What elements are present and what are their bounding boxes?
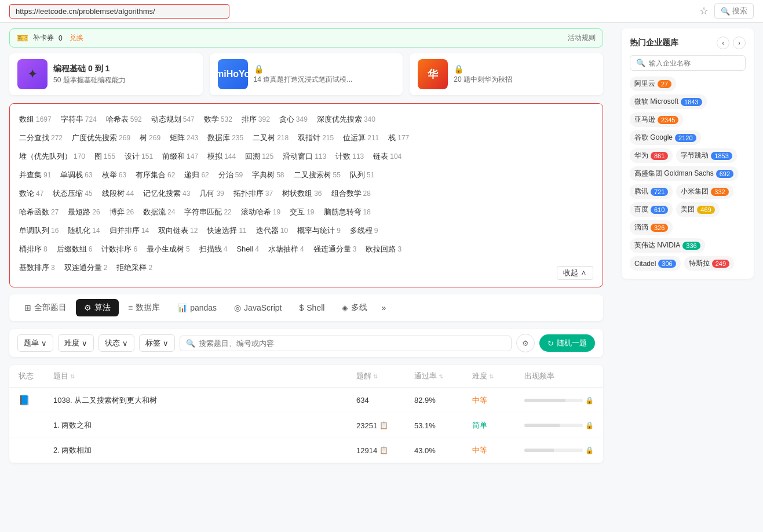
company-search[interactable]: 🔍	[630, 55, 746, 71]
card-huawei[interactable]: 华 🔒 20 题中刺华为秋招	[410, 53, 603, 95]
tag-item[interactable]: 桶排序8	[19, 242, 48, 257]
company-tag[interactable]: 小米集团332	[676, 184, 733, 199]
tag-item[interactable]: 树269	[140, 130, 160, 145]
tag-item[interactable]: 贪心349	[279, 112, 308, 127]
tag-item[interactable]: 双向链表12	[158, 223, 198, 238]
tag-item[interactable]: 快速选择11	[207, 223, 246, 238]
tag-item[interactable]: 双连通分量2	[64, 260, 108, 275]
random-button[interactable]: ↻ 随机一题	[539, 334, 595, 352]
tag-item[interactable]: 滚动哈希19	[241, 205, 280, 220]
company-tag[interactable]: 华为861	[630, 148, 673, 163]
tag-item[interactable]: 并查集91	[19, 167, 51, 183]
tag-item[interactable]: 二叉搜索树55	[294, 167, 341, 183]
tag-item[interactable]: 数组1697	[19, 112, 52, 127]
tag-item[interactable]: 枚举63	[102, 167, 126, 183]
tab-pandas[interactable]: 📊 pandas	[169, 300, 225, 316]
tag-item[interactable]: 拓扑排序37	[233, 186, 273, 201]
filter-status[interactable]: 状态 ∨	[98, 334, 134, 352]
tag-item[interactable]: 随机化14	[68, 223, 100, 238]
search-bar[interactable]: 🔍 搜索	[714, 3, 754, 19]
tag-item[interactable]: 数学532	[204, 112, 232, 127]
tag-item[interactable]: 水塘抽样4	[268, 242, 304, 257]
tag-item[interactable]: 堆（优先队列）170	[19, 149, 85, 164]
company-tag[interactable]: 百度610	[630, 202, 673, 217]
tag-item[interactable]: 归并排序14	[109, 223, 149, 238]
tag-item[interactable]: 字符串724	[61, 112, 97, 127]
tag-item[interactable]: 计数排序6	[101, 242, 137, 257]
tag-item[interactable]: 滑动窗口113	[283, 149, 326, 164]
company-tag[interactable]: 阿里云27	[630, 76, 676, 91]
tab-database[interactable]: ≡ 数据库	[120, 299, 168, 316]
tag-item[interactable]: 字符串匹配22	[184, 205, 231, 220]
tag-item[interactable]: 单调栈63	[60, 167, 92, 183]
search-input[interactable]	[199, 339, 505, 348]
company-tag[interactable]: 特斯拉249	[684, 256, 734, 271]
card-programming[interactable]: ✦ 编程基础 0 到 1 50 题掌握基础编程能力	[9, 53, 203, 95]
filter-list[interactable]: 题单 ∨	[17, 334, 53, 352]
card-mihayo[interactable]: miHoYo 🔒 14 道真题打造沉浸式笔面试模...	[210, 53, 403, 95]
collapse-button[interactable]: 收起 ∧	[557, 266, 593, 280]
tag-item[interactable]: 位运算211	[343, 130, 379, 145]
tag-item[interactable]: 后缀数组6	[57, 242, 93, 257]
tag-item[interactable]: 深度优先搜索340	[317, 112, 375, 127]
tag-item[interactable]: 有序集合62	[136, 167, 175, 183]
tag-item[interactable]: 计数113	[335, 149, 364, 164]
filter-difficulty[interactable]: 难度 ∨	[58, 334, 94, 352]
tag-item[interactable]: 分治59	[218, 167, 243, 183]
tab-more[interactable]: »	[377, 300, 390, 316]
star-icon[interactable]: ☆	[699, 5, 709, 17]
tag-item[interactable]: 欧拉回路3	[366, 242, 401, 257]
filter-tag[interactable]: 标签 ∨	[139, 334, 175, 352]
company-tag[interactable]: 谷歌 Google2120	[630, 130, 701, 145]
company-tag[interactable]: 美团469	[676, 202, 719, 217]
tag-item[interactable]: 二分查找272	[19, 130, 63, 145]
tag-item[interactable]: 栈177	[388, 130, 409, 145]
url-bar[interactable]: https://leetcode.cn/problemset/algorithm…	[9, 4, 229, 19]
tag-item[interactable]: 单调队列16	[19, 223, 59, 238]
company-tag[interactable]: 腾讯721	[630, 184, 673, 199]
tag-item[interactable]: 记忆化搜索43	[143, 186, 190, 201]
company-tag[interactable]: 微软 Microsoft1843	[630, 94, 707, 109]
settings-button[interactable]: ⚙	[516, 334, 535, 352]
tag-item[interactable]: 哈希函数27	[19, 205, 59, 220]
company-tag[interactable]: 滴滴326	[630, 220, 673, 235]
tag-item[interactable]: 树状数组36	[282, 186, 322, 201]
nav-next-arrow[interactable]: ›	[733, 37, 746, 49]
tag-item[interactable]: 交互19	[290, 205, 314, 220]
tab-javascript[interactable]: ◎ JavaScript	[226, 300, 290, 316]
tag-item[interactable]: 博弈26	[109, 205, 134, 220]
tag-item[interactable]: 链表104	[373, 149, 401, 164]
tab-all[interactable]: ⊞ 全部题目	[16, 299, 75, 316]
tag-item[interactable]: 多线程9	[350, 223, 378, 238]
tag-item[interactable]: 数据库235	[207, 130, 243, 145]
company-tag[interactable]: 字节跳动1853	[676, 148, 736, 163]
tag-item[interactable]: 扫描线4	[199, 242, 228, 257]
tag-item[interactable]: 矩阵243	[170, 130, 198, 145]
tag-item[interactable]: 基数排序3	[19, 260, 55, 275]
tab-algorithm[interactable]: ⚙ 算法	[76, 299, 119, 316]
tag-item[interactable]: 双指针215	[298, 130, 334, 145]
company-tag[interactable]: 高盛集团 Goldman Sachs692	[630, 166, 738, 181]
tag-item[interactable]: 拒绝采样2	[116, 260, 152, 275]
tag-item[interactable]: 队列51	[350, 167, 374, 183]
tag-item[interactable]: 几何39	[199, 186, 224, 201]
tab-shell[interactable]: $ Shell	[291, 300, 333, 316]
row-title-1038[interactable]: 1038. 从二叉搜索树到更大和树	[53, 395, 356, 406]
company-tag[interactable]: 亚马逊2345	[630, 112, 683, 127]
tag-item[interactable]: 概率与统计9	[297, 223, 341, 238]
th-passrate[interactable]: 通过率 ⇅	[414, 371, 472, 381]
tag-item[interactable]: 回溯125	[245, 149, 273, 164]
tag-item[interactable]: 图155	[94, 149, 115, 164]
tag-item[interactable]: 最短路26	[68, 205, 100, 220]
th-title[interactable]: 题目 ⇅	[53, 371, 356, 381]
nav-prev-arrow[interactable]: ‹	[717, 37, 729, 49]
row-title-1[interactable]: 1. 两数之和	[53, 420, 356, 431]
activity-rules[interactable]: 活动规则	[568, 33, 596, 43]
tag-item[interactable]: 哈希表592	[106, 112, 142, 127]
tag-item[interactable]: 广度优先搜索269	[72, 130, 130, 145]
tag-item[interactable]: 脑筋急转弯18	[324, 205, 371, 220]
filter-search-box[interactable]: 🔍	[180, 336, 512, 351]
tag-item[interactable]: 强连通分量3	[313, 242, 357, 257]
tag-item[interactable]: 线段树44	[102, 186, 134, 201]
tag-item[interactable]: 二叉树218	[253, 130, 289, 145]
